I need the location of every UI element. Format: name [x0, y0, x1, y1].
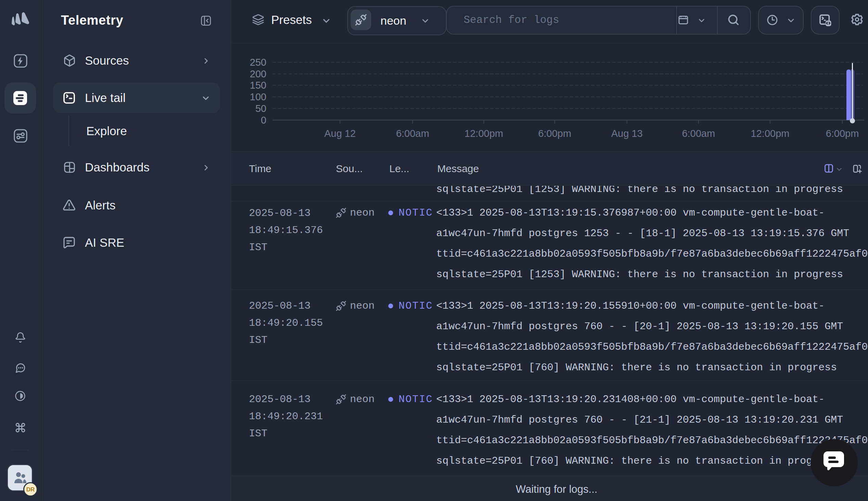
svg-text:12:00pm: 12:00pm [465, 128, 503, 139]
svg-text:12:00pm: 12:00pm [751, 128, 790, 139]
svg-text:Aug 13: Aug 13 [611, 128, 643, 139]
svg-text:6:00pm: 6:00pm [538, 128, 571, 139]
svg-text:Aug 12: Aug 12 [324, 128, 356, 139]
svg-text:150: 150 [250, 80, 266, 91]
svg-text:250: 250 [250, 57, 266, 68]
svg-text:6:00pm: 6:00pm [826, 128, 859, 139]
svg-text:200: 200 [250, 68, 266, 79]
svg-text:6:00am: 6:00am [682, 128, 715, 139]
svg-text:0: 0 [261, 115, 266, 126]
svg-text:100: 100 [250, 92, 266, 102]
svg-text:6:00am: 6:00am [396, 128, 430, 139]
svg-text:50: 50 [255, 103, 266, 114]
